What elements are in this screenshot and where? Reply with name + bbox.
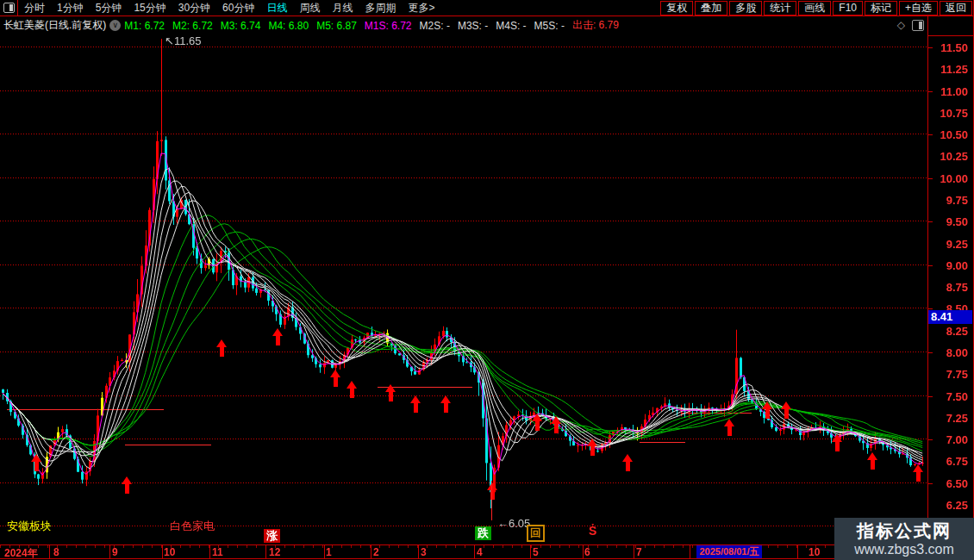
price-axis-tick [928,47,933,48]
price-axis-label: 7.50 [946,390,968,403]
price-axis-label: 10.50 [940,128,968,141]
date-axis-label: 5 [533,546,539,558]
price-axis-label: 6.25 [946,499,968,512]
price-axis-label: 8.75 [946,281,968,294]
date-axis-label: 6 [584,546,590,558]
price-axis-label: 7.75 [946,368,968,381]
toolbar-button-叠加[interactable]: 叠加 [695,1,727,16]
price-axis-label: 11.50 [940,41,968,54]
date-axis-label: 3 [421,546,427,558]
toolbar-item-更多>[interactable]: 更多> [402,0,440,16]
price-axis-label: 8.00 [946,346,968,359]
date-axis-boundary [474,545,475,558]
date-axis-boundary [797,545,798,558]
indicator-value: M5: 6.87 [316,20,357,32]
toolbar-item-多周期[interactable]: 多周期 [359,0,402,16]
pane-icon[interactable] [912,20,924,31]
toolbar-item-15分钟[interactable]: 15分钟 [128,0,172,16]
action-toolbar: 复权叠加多股统计画线F10标记+自选返回 [659,0,974,16]
price-axis-label: 7.00 [946,433,968,446]
selected-date-badge: 2025/08/01/五 [696,545,762,558]
price-axis-label: 10.25 [940,150,968,163]
price-axis-label: 11.25 [940,63,968,76]
toolbar-button-统计[interactable]: 统计 [764,1,796,16]
stock-title: 长虹美菱(日线.前复权) [0,18,106,33]
price-axis-label: 7.25 [946,412,968,425]
watermark-url: www.zbgs3.com [854,541,954,557]
price-axis-tick [928,134,933,135]
toolbar-item-日线[interactable]: 日线 [260,0,293,16]
price-axis-label: 8.25 [946,325,968,338]
signal-badge-涨: 涨 [264,529,280,543]
price-axis-label: 9.75 [946,194,968,207]
date-axis-label: 7 [636,546,642,558]
price-axis-tick [928,221,933,222]
price-axis-tick [928,91,933,92]
current-price-badge: 8.41 [928,310,972,324]
titlebar-icons: ◇ [897,19,924,31]
date-axis-label: 11 [212,546,223,558]
chevron-down-icon[interactable]: ∨ [109,20,121,31]
toolbar-button-返回[interactable]: 返回 [940,1,972,16]
date-axis-boundary [324,545,325,558]
price-axis-label: 9.25 [946,238,968,251]
date-axis-label: 9 [112,546,118,558]
sector-label-2[interactable]: 白色家电 [170,519,215,534]
date-axis-label: 8 [53,546,59,558]
toolbar-button-F10[interactable]: F10 [833,1,863,16]
signal-badge-回: 回 [527,525,545,542]
toolbar-button-复权[interactable]: 复权 [660,1,693,16]
price-axis-label: 6.50 [946,477,968,490]
indicator-value: M2: 6.72 [172,20,213,32]
price-axis-tick [928,439,933,440]
price-axis-label: 9.00 [946,259,968,272]
toolbar-item-30分钟[interactable]: 30分钟 [172,0,216,16]
diamond-icon[interactable]: ◇ [897,19,905,31]
price-axis-label: 11.00 [940,85,968,98]
toolbar-item-周线[interactable]: 周线 [293,0,326,16]
period-toolbar: 分时1分钟5分钟15分钟30分钟60分钟日线周线月线多周期更多> [18,0,440,16]
date-axis-boundary [634,545,634,558]
app-window: { "toolbar": { "left_items": ["分时","1分钟"… [0,0,974,560]
signal-badge-Ṡ: Ṡ [589,524,596,538]
price-axis: 8.41 11.5011.2511.0010.7510.5010.2510.00… [928,35,974,544]
toolbar-item-分时[interactable]: 分时 [18,0,51,16]
signal-badge-跌: 跌 [475,526,491,540]
indicator-value: M4S: - [496,20,526,32]
toolbar-button-多股[interactable]: 多股 [729,1,762,16]
price-axis-label: 10.75 [940,107,968,120]
toolbar-button-画线[interactable]: 画线 [798,1,831,16]
indicator-value: M4: 6.80 [268,20,309,32]
date-axis-label: 10 [809,546,820,558]
indicator-values: M1: 6.72M2: 6.72M3: 6.74M4: 6.80M5: 6.87… [124,18,627,33]
date-axis[interactable]: 2025/08/01/五 2024年89101112123456710 [0,544,974,559]
sector-label-1[interactable]: 安徽板块 [7,519,52,534]
indicator-value: M1: 6.72 [124,20,165,32]
toolbar-item-月线[interactable]: 月线 [326,0,359,16]
date-axis-label: 12 [269,546,280,558]
date-axis-boundary [371,545,371,558]
layout-toggle-icon[interactable] [0,0,18,16]
indicator-value: M1S: 6.72 [365,20,412,32]
toolbar-item-60分钟[interactable]: 60分钟 [216,0,260,16]
date-axis-label: 4 [477,546,483,558]
date-axis-boundary [530,545,531,558]
date-axis-boundary [162,545,163,558]
price-axis-tick [928,352,933,353]
chart-canvas[interactable] [0,35,928,544]
price-axis-label: 6.75 [946,455,968,468]
indicator-value: M5S: - [534,20,565,32]
price-axis-label: 9.50 [946,215,968,228]
watermark: 指标公式网 www.zbgs3.com [834,518,974,560]
date-axis-boundary [418,545,419,558]
toolbar-button-+自选[interactable]: +自选 [899,1,938,16]
date-axis-label: 2024年 [4,546,38,560]
price-axis-tick [928,483,933,484]
toolbar-button-标记[interactable]: 标记 [865,1,897,16]
toolbar-item-1分钟[interactable]: 1分钟 [51,0,90,16]
indicator-value: 出击: 6.79 [572,18,619,33]
toolbar-item-5分钟[interactable]: 5分钟 [90,0,128,16]
date-axis-label: 2 [373,546,379,558]
date-axis-boundary [265,545,266,558]
date-axis-boundary [690,545,690,558]
